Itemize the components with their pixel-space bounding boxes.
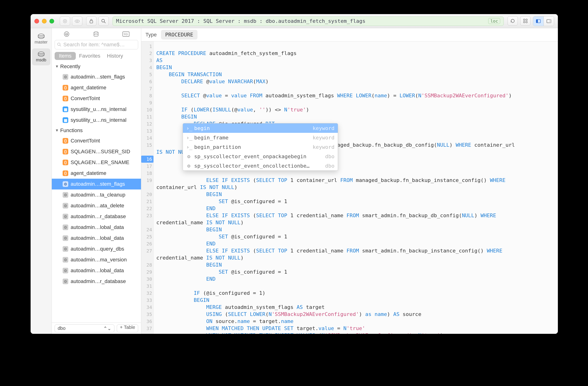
tree-item[interactable]: ⚙autoadmin…ta_cleanup: [52, 190, 141, 200]
tree-item-label: autoadmin…ta_cleanup: [71, 192, 125, 198]
svg-rect-8: [526, 19, 527, 20]
schema-select-value: dbo: [58, 326, 65, 331]
tree-item[interactable]: ⚙autoadmin…ata_delete: [52, 200, 141, 211]
tree-item-label: ConvertToInt: [71, 96, 100, 101]
table-icon: ▦: [63, 106, 68, 112]
object-tree: ▼Recently⚙autoadmin…stem_flags()agent_da…: [52, 61, 141, 323]
preview-button[interactable]: [72, 17, 82, 26]
search-placeholder: Search for item: ^name$…: [63, 42, 125, 48]
tree-item-label: agent_datetime: [71, 85, 106, 91]
add-table-button[interactable]: + Table: [117, 324, 138, 332]
refresh-button[interactable]: [507, 16, 518, 26]
completion-item[interactable]: ⚙sp_syscollector_event_oncollectionbe…db…: [183, 161, 338, 171]
minimize-window-button[interactable]: [42, 19, 47, 23]
main-panel: Type PROCEDURE 123456789101112131415 161…: [141, 28, 558, 334]
schema-select[interactable]: dbo ⌃⌄: [55, 324, 114, 332]
tree-item-label: autoadmin…lobal_data: [71, 268, 124, 274]
tree-item[interactable]: ⚙autoadmin…lobal_data: [52, 265, 141, 276]
tree-item-label: autoadmin…query_dbs: [71, 246, 124, 252]
tree-item[interactable]: ⚙autoadmin…stem_flags: [52, 179, 141, 190]
database-icon[interactable]: [93, 31, 99, 37]
procedure-icon: ⚙: [63, 257, 68, 263]
svg-text:SQL: SQL: [123, 33, 128, 36]
completion-item[interactable]: ›_beginkeyword: [183, 123, 338, 133]
tree-item-label: autoadmin…lobal_data: [71, 235, 124, 241]
tree-item[interactable]: ()agent_datetime: [52, 168, 141, 179]
search-input[interactable]: Search for item: ^name$…: [55, 40, 138, 49]
panel-right-toggle[interactable]: [544, 17, 554, 26]
svg-point-5: [102, 19, 105, 22]
svg-line-20: [60, 45, 61, 47]
nav-tab-favorites[interactable]: Favorites: [76, 52, 104, 60]
tree-item[interactable]: ⚙autoadmin…r_database: [52, 211, 141, 222]
function-icon: (): [63, 171, 68, 176]
tree-item-label: sysutility_u…ns_internal: [71, 106, 126, 112]
panel-left-toggle[interactable]: [533, 17, 544, 26]
tree-item-label: SQLAGEN…SUSER_SID: [71, 149, 130, 155]
db-label: msdb: [36, 58, 46, 62]
tree-item[interactable]: ⚙autoadmin…lobal_data: [52, 233, 141, 244]
autocomplete-popup[interactable]: ›_beginkeyword›_begin_framekeyword›_begi…: [183, 123, 338, 171]
completion-label: sp_syscollector_event_oncollectionbe…: [194, 163, 310, 169]
breadcrumb-text: Microsoft SQL Server 2017 : SQL Server :…: [116, 18, 366, 24]
svg-rect-7: [524, 19, 525, 20]
tree-item[interactable]: ()ConvertToInt: [52, 93, 141, 104]
completion-kind-icon: ›_: [186, 144, 191, 150]
tree-item[interactable]: ⚙autoadmin…lobal_data: [52, 222, 141, 233]
search-icon: [57, 42, 62, 47]
db-master[interactable]: master: [32, 31, 50, 47]
svg-point-16: [94, 32, 98, 33]
tree-item-label: ConvertToInt: [71, 138, 100, 144]
completion-item[interactable]: ⚙sp_syscollector_event_onpackagebegindbo: [183, 152, 338, 161]
code-area[interactable]: CREATE PROCEDURE autoadmin_fetch_system_…: [154, 41, 558, 334]
tree-item[interactable]: ⚙autoadmin…ma_version: [52, 254, 141, 265]
tree-item-label: SQLAGEN…ER_SNAME: [71, 159, 129, 166]
nav-tab-items[interactable]: Items: [55, 52, 76, 60]
tree-item[interactable]: ⚙autoadmin…stem_flags: [52, 72, 141, 82]
plug-icon[interactable]: [63, 31, 70, 37]
table-icon: ▦: [63, 117, 68, 123]
tree-item[interactable]: ()SQLAGEN…SUSER_SID: [52, 146, 141, 157]
lock-button[interactable]: [86, 17, 97, 26]
completion-label: begin: [194, 125, 210, 131]
database-icon: [38, 34, 44, 39]
zoom-window-button[interactable]: [49, 19, 54, 23]
code-editor[interactable]: 123456789101112131415 16171819 20212223 …: [141, 41, 558, 334]
tree-item[interactable]: ()SQLAGEN…ER_SNAME: [52, 157, 141, 168]
tree-item-label: autoadmin…r_database: [71, 213, 126, 220]
database-column: mastermsdb: [31, 28, 52, 334]
tree-item-label: sysutility_u…ns_internal: [71, 117, 126, 123]
function-icon: (): [63, 149, 68, 154]
tree-item[interactable]: ()agent_datetime: [52, 82, 141, 93]
svg-line-6: [104, 22, 105, 23]
close-window-button[interactable]: [34, 19, 39, 23]
completion-kind: dbo: [325, 163, 335, 169]
completion-item[interactable]: ›_begin_framekeyword: [183, 133, 338, 142]
tree-item[interactable]: ()ConvertToInt: [52, 135, 141, 146]
db-msdb[interactable]: msdb: [32, 48, 50, 65]
tree-section-functions[interactable]: ▼Functions: [52, 126, 141, 135]
breadcrumb-bar[interactable]: Microsoft SQL Server 2017 : SQL Server :…: [112, 17, 504, 26]
procedure-icon: ⚙: [63, 279, 68, 284]
svg-rect-14: [549, 19, 551, 23]
chevron-updown-icon: ⌃⌄: [103, 326, 111, 331]
tree-item[interactable]: ⚙autoadmin…query_dbs: [52, 244, 141, 254]
nav-tabs: Items Favorites History: [52, 51, 141, 61]
search-button[interactable]: [98, 17, 109, 26]
completion-kind: keyword: [313, 135, 335, 141]
completion-item[interactable]: ›_begin_partitionkeyword: [183, 142, 338, 152]
tree-item[interactable]: ▦sysutility_u…ns_internal: [52, 104, 141, 115]
stop-button[interactable]: [60, 17, 70, 26]
navigator-panel: SQL Search for item: ^name$… Items Favor…: [52, 28, 141, 334]
grid-button[interactable]: [520, 16, 531, 26]
tree-section-recently[interactable]: ▼Recently: [52, 62, 141, 72]
nav-tab-history[interactable]: History: [104, 52, 126, 60]
procedure-icon: ⚙: [63, 74, 68, 80]
svg-point-3: [77, 20, 78, 22]
sql-icon[interactable]: SQL: [122, 32, 129, 37]
tree-item[interactable]: ⚙autoadmin…r_database: [52, 276, 141, 287]
completion-label: sp_syscollector_event_onpackagebegin: [194, 154, 306, 159]
procedure-icon: ⚙: [63, 203, 68, 209]
tree-item[interactable]: ▦sysutility_u…ns_internal: [52, 115, 141, 126]
window-controls: [34, 19, 56, 23]
